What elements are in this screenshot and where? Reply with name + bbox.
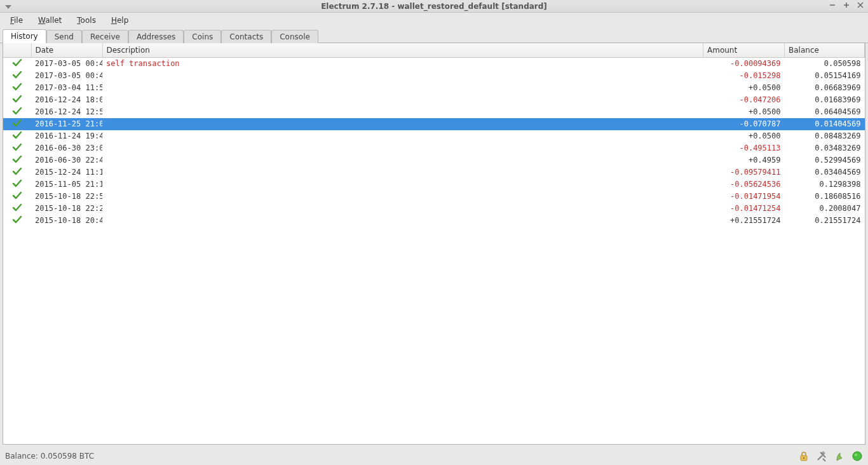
cell-amount: +0.0500 xyxy=(703,130,785,142)
tab-addresses[interactable]: Addresses xyxy=(128,30,184,43)
cell-date: 2016-12-24 12:51 xyxy=(31,106,102,118)
table-row[interactable]: 2015-10-18 22:59-0.014719540.18608516 xyxy=(3,191,865,203)
table-row[interactable]: 2016-12-24 12:51+0.05000.06404569 xyxy=(3,106,865,118)
menu-tools[interactable]: Tools xyxy=(71,15,102,26)
menu-wallet[interactable]: Wallet xyxy=(32,15,68,26)
header-amount[interactable]: Amount xyxy=(703,43,785,57)
cell-balance: 0.06683969 xyxy=(785,82,865,94)
confirm-icon xyxy=(3,166,31,179)
menu-help[interactable]: Help xyxy=(105,15,135,26)
cell-balance: 0.01683969 xyxy=(785,94,865,106)
table-row[interactable]: 2017-03-05 00:40-0.0152980.05154169 xyxy=(3,70,865,82)
cell-date: 2015-10-18 22:28 xyxy=(31,203,102,215)
table-header-row: Date Description Amount Balance xyxy=(3,43,865,57)
cell-balance: 0.18608516 xyxy=(785,191,865,203)
cell-description xyxy=(102,166,703,179)
tab-receive[interactable]: Receive xyxy=(82,30,128,43)
cell-description xyxy=(102,203,703,215)
header-status[interactable] xyxy=(3,43,31,57)
cell-description xyxy=(102,191,703,203)
confirm-icon xyxy=(3,203,31,215)
cell-date: 2016-11-24 19:48 xyxy=(31,130,102,142)
cell-date: 2017-03-05 00:40 xyxy=(31,70,102,82)
network-status-icon[interactable] xyxy=(851,450,863,462)
confirm-icon xyxy=(3,70,31,82)
cell-date: 2017-03-05 00:40 xyxy=(31,57,102,70)
cell-description xyxy=(102,154,703,166)
cell-date: 2015-12-24 11:17 xyxy=(31,166,102,179)
table-row[interactable]: 2015-10-18 20:44+0.215517240.21551724 xyxy=(3,215,865,227)
status-icons xyxy=(798,450,863,462)
tab-send[interactable]: Send xyxy=(46,30,82,43)
cell-balance: 0.21551724 xyxy=(785,215,865,227)
table-row[interactable]: 2017-03-04 11:54+0.05000.06683969 xyxy=(3,82,865,94)
cell-description xyxy=(102,118,703,130)
cell-balance: 0.52994569 xyxy=(785,154,865,166)
cell-balance: 0.03404569 xyxy=(785,166,865,179)
cell-amount: +0.0500 xyxy=(703,82,785,94)
cell-description xyxy=(102,94,703,106)
history-table: Date Description Amount Balance 2017-03-… xyxy=(3,43,865,227)
header-balance[interactable]: Balance xyxy=(785,43,865,57)
table-row[interactable]: 2015-11-05 21:16-0.056245360.1298398 xyxy=(3,179,865,191)
cell-description xyxy=(102,179,703,191)
seed-icon[interactable] xyxy=(834,450,845,462)
cell-date: 2016-06-30 23:06 xyxy=(31,142,102,154)
lock-icon[interactable] xyxy=(798,450,810,462)
cell-description xyxy=(102,215,703,227)
cell-description xyxy=(102,82,703,94)
table-row[interactable]: 2015-10-18 22:28-0.014712540.2008047 xyxy=(3,203,865,215)
cell-description: self transaction xyxy=(102,57,703,70)
tab-contacts[interactable]: Contacts xyxy=(221,30,271,43)
header-description[interactable]: Description xyxy=(102,43,703,57)
cell-date: 2016-11-25 21:06 xyxy=(31,118,102,130)
table-row[interactable]: 2016-06-30 22:49+0.49590.52994569 xyxy=(3,154,865,166)
confirm-icon xyxy=(3,142,31,154)
svg-point-12 xyxy=(853,452,862,461)
cell-amount: -0.01471254 xyxy=(703,203,785,215)
menubar: File Wallet Tools Help xyxy=(0,13,868,28)
cell-balance: 0.01404569 xyxy=(785,118,865,130)
cell-date: 2017-03-04 11:54 xyxy=(31,82,102,94)
maximize-button[interactable] xyxy=(843,1,850,9)
history-panel: Date Description Amount Balance 2017-03-… xyxy=(3,43,865,445)
cell-date: 2016-12-24 18:03 xyxy=(31,94,102,106)
table-row[interactable]: 2015-12-24 11:17-0.095794110.03404569 xyxy=(3,166,865,179)
header-date[interactable]: Date xyxy=(31,43,102,57)
cell-description xyxy=(102,106,703,118)
confirm-icon xyxy=(3,215,31,227)
titlebar: Electrum 2.7.18 - wallet_restored_defaul… xyxy=(0,0,868,13)
app-menu-icon[interactable] xyxy=(4,2,13,11)
table-row[interactable]: 2017-03-05 00:40self transaction-0.00094… xyxy=(3,57,865,70)
cell-amount: +0.21551724 xyxy=(703,215,785,227)
close-button[interactable] xyxy=(857,1,864,9)
menu-file[interactable]: File xyxy=(4,15,29,26)
cell-amount: -0.01471954 xyxy=(703,191,785,203)
statusbar: Balance: 0.050598 BTC xyxy=(0,447,868,465)
tab-coins[interactable]: Coins xyxy=(184,30,221,43)
confirm-icon xyxy=(3,118,31,130)
tab-console[interactable]: Console xyxy=(271,30,318,43)
cell-balance: 0.08483269 xyxy=(785,130,865,142)
table-row[interactable]: 2016-06-30 23:06-0.4951130.03483269 xyxy=(3,142,865,154)
table-row[interactable]: 2016-11-24 19:48+0.05000.08483269 xyxy=(3,130,865,142)
cell-amount: +0.4959 xyxy=(703,154,785,166)
minimize-button[interactable] xyxy=(829,1,836,9)
tab-history[interactable]: History xyxy=(3,29,46,43)
svg-line-8 xyxy=(818,455,822,460)
svg-line-11 xyxy=(823,459,825,461)
confirm-icon xyxy=(3,82,31,94)
window-title: Electrum 2.7.18 - wallet_restored_defaul… xyxy=(0,2,868,11)
table-body: 2017-03-05 00:40self transaction-0.00094… xyxy=(3,57,865,227)
cell-balance: 0.03483269 xyxy=(785,142,865,154)
cell-amount: -0.047206 xyxy=(703,94,785,106)
preferences-icon[interactable] xyxy=(816,450,827,462)
cell-date: 2015-10-18 22:59 xyxy=(31,191,102,203)
confirm-icon xyxy=(3,154,31,166)
table-row[interactable]: 2016-11-25 21:06-0.0707870.01404569 xyxy=(3,118,865,130)
table-row[interactable]: 2016-12-24 18:03-0.0472060.01683969 xyxy=(3,94,865,106)
cell-amount: -0.070787 xyxy=(703,118,785,130)
cell-date: 2015-11-05 21:16 xyxy=(31,179,102,191)
confirm-icon xyxy=(3,106,31,118)
cell-amount: -0.015298 xyxy=(703,70,785,82)
